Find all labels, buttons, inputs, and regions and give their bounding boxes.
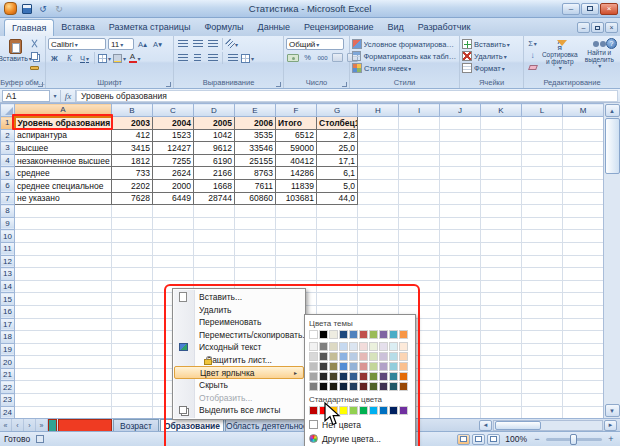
cell-B16[interactable] [112,305,153,318]
cell-B6[interactable]: 2202 [112,179,153,192]
row-header-12[interactable]: 12 [1,255,15,268]
cell-K18[interactable] [481,331,522,344]
color-swatch[interactable] [369,406,378,415]
cell-C8[interactable] [153,205,194,218]
cell-A24[interactable] [15,406,112,418]
cell-B18[interactable] [112,331,153,344]
color-swatch[interactable] [309,372,318,381]
cell-L5[interactable] [522,167,563,180]
column-header-M[interactable]: M [563,104,604,117]
cell-C13[interactable] [153,268,194,281]
align-top-button[interactable] [176,39,189,50]
cell-G8[interactable] [317,205,358,218]
cell-A5[interactable]: среднее [15,167,112,180]
zoom-in-button[interactable]: + [606,434,616,444]
scroll-left-icon[interactable]: ◄ [479,420,492,431]
color-swatch[interactable] [309,406,318,415]
orientation-button[interactable] [226,39,239,50]
cell-K20[interactable] [481,356,522,369]
cell-B21[interactable] [112,368,153,381]
color-swatch[interactable] [349,362,358,371]
cell-styles-button[interactable]: Стили ячеек [352,62,457,74]
cell-L7[interactable] [522,192,563,205]
menu-item[interactable]: Вставить... [174,291,304,304]
cell-A8[interactable] [15,205,112,218]
color-swatch[interactable] [339,382,348,391]
cell-I4[interactable] [399,154,440,167]
select-all-corner[interactable] [1,104,15,117]
menu-item[interactable]: Защитить лист... [174,354,304,367]
cell-M15[interactable] [563,293,604,306]
column-header-I[interactable]: I [399,104,440,117]
vertical-scrollbar-thumb[interactable] [605,118,620,174]
increase-decimal-button[interactable] [331,52,344,63]
align-bottom-button[interactable] [206,39,219,50]
cell-L11[interactable] [522,242,563,255]
cell-M19[interactable] [563,343,604,356]
formula-input[interactable]: Уровень образования [76,90,618,102]
cell-K2[interactable] [481,129,522,142]
format-cells-button[interactable]: Формат [462,62,521,74]
cell-M22[interactable] [563,381,604,394]
cell-A13[interactable] [15,268,112,281]
page-layout-view-button[interactable] [472,434,485,445]
cell-M21[interactable] [563,368,604,381]
cell-J7[interactable] [440,192,481,205]
column-header-D[interactable]: D [194,104,235,117]
cell-M14[interactable] [563,280,604,293]
column-header-F[interactable]: F [276,104,317,117]
cell-H3[interactable] [358,142,399,155]
redo-button[interactable]: ↻ [52,2,66,15]
cell-C7[interactable]: 6449 [153,192,194,205]
cell-E1[interactable]: 2006 [235,117,276,130]
cell-K16[interactable] [481,305,522,318]
cell-A20[interactable] [15,356,112,369]
color-swatch[interactable] [359,372,368,381]
cell-F4[interactable]: 40412 [276,154,317,167]
row-header-18[interactable]: 18 [1,331,15,344]
cell-L13[interactable] [522,268,563,281]
scroll-down-icon[interactable]: ▼ [605,404,620,417]
workbook-close-button[interactable]: × [605,22,618,33]
cell-B9[interactable] [112,217,153,230]
ribbon-tab-Данные[interactable]: Данные [251,19,298,36]
cell-B19[interactable] [112,343,153,356]
color-swatch[interactable] [339,342,348,351]
cell-A11[interactable] [15,242,112,255]
cell-L15[interactable] [522,293,563,306]
cell-D8[interactable] [194,205,235,218]
cell-M1[interactable] [563,117,604,130]
cell-A21[interactable] [15,368,112,381]
menu-item[interactable]: Выделить все листы [174,404,304,417]
cell-D1[interactable]: 2005 [194,117,235,130]
color-swatch[interactable] [329,372,338,381]
color-swatch[interactable] [389,382,398,391]
cell-K3[interactable] [481,142,522,155]
cell-J21[interactable] [440,368,481,381]
cell-A17[interactable] [15,318,112,331]
menu-item[interactable]: Исходный текст [174,341,304,354]
cell-F5[interactable]: 14286 [276,167,317,180]
cell-G1[interactable]: Столбец1 [317,117,358,130]
cell-K24[interactable] [481,406,522,418]
cell-K12[interactable] [481,255,522,268]
color-swatch[interactable] [399,330,408,339]
cell-B7[interactable]: 7628 [112,192,153,205]
menu-item[interactable]: Цвет ярлычка▸ [174,366,304,379]
row-header-10[interactable]: 10 [1,230,15,243]
color-swatch[interactable] [319,352,328,361]
sheet-tab-Возраст[interactable]: Возраст [113,419,159,431]
cell-D7[interactable]: 28744 [194,192,235,205]
color-swatch[interactable] [319,372,328,381]
color-swatch[interactable] [379,342,388,351]
color-swatch[interactable] [379,372,388,381]
cell-I3[interactable] [399,142,440,155]
cell-B2[interactable]: 412 [112,129,153,142]
comma-style-button[interactable]: 000 [316,52,329,63]
ribbon-tab-Разметка страницы[interactable]: Разметка страницы [102,19,198,36]
align-middle-button[interactable] [191,39,204,50]
cell-C12[interactable] [153,255,194,268]
cell-F11[interactable] [276,242,317,255]
font-color-button[interactable]: А [128,53,141,64]
cell-H6[interactable] [358,179,399,192]
